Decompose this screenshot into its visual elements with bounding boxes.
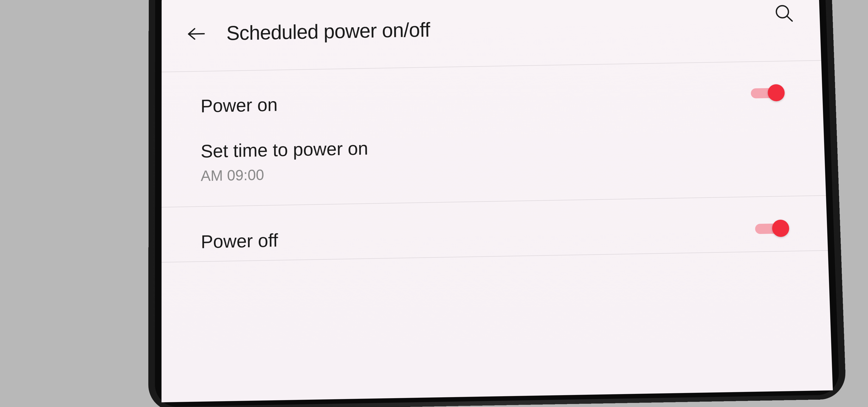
power-on-label: Power on xyxy=(200,94,278,117)
power-off-section: Power off xyxy=(161,196,828,262)
toggle-thumb xyxy=(772,220,789,237)
header: Scheduled power on/off xyxy=(162,0,821,72)
power-off-toggle[interactable] xyxy=(755,221,788,237)
power-on-toggle[interactable] xyxy=(751,85,784,101)
set-time-power-on-content: Set time to power on AM 09:00 xyxy=(200,138,368,184)
power-off-toggle-row[interactable]: Power off xyxy=(161,196,828,262)
svg-line-2 xyxy=(787,16,792,21)
phone-frame: Scheduled power on/off Power on Set time xyxy=(161,0,833,402)
power-on-section: Power on Set time to power on AM 09:00 xyxy=(161,61,826,208)
set-time-power-on-label: Set time to power on xyxy=(200,138,368,162)
page-title: Scheduled power on/off xyxy=(226,18,430,44)
search-icon[interactable] xyxy=(774,3,794,23)
set-time-power-on-value: AM 09:00 xyxy=(200,164,368,184)
toggle-thumb xyxy=(768,84,785,101)
back-icon[interactable] xyxy=(185,26,207,41)
screen: Scheduled power on/off Power on Set time xyxy=(161,0,833,402)
set-time-power-on-row[interactable]: Set time to power on AM 09:00 xyxy=(161,115,826,207)
power-off-label: Power off xyxy=(201,230,278,252)
